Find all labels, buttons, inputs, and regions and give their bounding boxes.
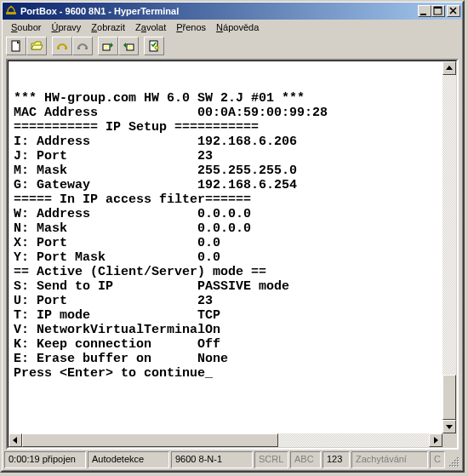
window-title: PortBox - 9600 8N1 - HyperTerminal: [20, 6, 418, 16]
scrollbar-corner: [442, 433, 456, 447]
svg-rect-32: [455, 463, 456, 464]
status-scroll-lock: SCRL: [254, 451, 288, 468]
menu-napoveda[interactable]: Nápověda: [211, 21, 264, 33]
send-button[interactable]: [98, 37, 118, 55]
svg-rect-34: [450, 466, 451, 467]
svg-rect-35: [453, 466, 454, 467]
status-connection-time: 0:00:19 připojen: [4, 451, 86, 468]
connect-button[interactable]: [52, 37, 72, 55]
vertical-scrollbar[interactable]: [442, 61, 456, 433]
svg-rect-29: [455, 461, 456, 462]
hscroll-track[interactable]: [22, 433, 429, 447]
new-file-button[interactable]: [6, 37, 26, 55]
menu-zobrazit[interactable]: Zobrazit: [86, 21, 130, 33]
app-icon: [4, 4, 18, 18]
menu-label: obrazit: [97, 22, 125, 32]
svg-rect-7: [65, 48, 67, 49]
svg-rect-6: [57, 48, 60, 49]
menu-label: ápověda: [223, 22, 259, 32]
svg-rect-14: [128, 46, 132, 47]
menu-bar: Soubor Úpravy Zobrazit Zavolat Přenos Ná…: [3, 20, 462, 35]
menu-zavolat[interactable]: Zavolat: [130, 21, 171, 33]
phone-connect-icon: [55, 39, 69, 53]
svg-rect-9: [85, 48, 88, 49]
resize-grip[interactable]: [447, 451, 460, 468]
svg-rect-36: [455, 466, 456, 467]
send-icon: [101, 39, 115, 53]
status-last: C: [430, 451, 445, 468]
menu-upravy[interactable]: Úpravy: [46, 21, 86, 33]
toolbar: [3, 35, 462, 59]
status-capture: Zachytávání: [351, 451, 428, 468]
app-window: PortBox - 9600 8N1 - HyperTerminal Soubo…: [0, 0, 465, 473]
title-bar[interactable]: PortBox - 9600 8N1 - HyperTerminal: [3, 3, 462, 20]
menu-label: oubor: [17, 22, 41, 32]
disconnect-button[interactable]: [72, 37, 93, 55]
maximize-button[interactable]: [431, 5, 445, 17]
svg-rect-13: [127, 44, 134, 50]
svg-rect-31: [453, 463, 454, 464]
properties-icon: [147, 39, 161, 53]
status-caps: ABC: [290, 451, 321, 468]
svg-rect-15: [128, 48, 132, 49]
receive-button[interactable]: [118, 37, 139, 55]
svg-rect-10: [103, 44, 110, 50]
horizontal-scrollbar[interactable]: [9, 433, 442, 447]
svg-rect-30: [458, 461, 459, 462]
content-area: *** HW-group.com HW 6.0 SW 2.J #01 *** M…: [6, 59, 459, 450]
svg-rect-12: [105, 48, 108, 49]
svg-point-1: [10, 6, 13, 9]
menu-label: volat: [146, 22, 166, 32]
open-file-button[interactable]: [26, 37, 47, 55]
phone-disconnect-icon: [76, 39, 89, 53]
scroll-up-button[interactable]: [442, 61, 456, 75]
status-bar: 0:00:19 připojen Autodetekce 9600 8-N-1 …: [3, 450, 462, 470]
status-port-settings: 9600 8-N-1: [171, 451, 253, 468]
svg-rect-28: [458, 458, 459, 459]
close-button[interactable]: [447, 5, 460, 17]
svg-point-17: [155, 46, 158, 49]
svg-rect-0: [6, 12, 16, 14]
svg-rect-2: [420, 14, 426, 15]
menu-soubor[interactable]: Soubor: [6, 21, 46, 33]
scroll-right-button[interactable]: [429, 433, 442, 447]
receive-icon: [122, 39, 135, 53]
menu-label: řenos: [183, 22, 207, 32]
minimize-button[interactable]: [418, 5, 431, 17]
terminal-output[interactable]: *** HW-group.com HW 6.0 SW 2.J #01 *** M…: [9, 74, 442, 421]
scroll-track[interactable]: [442, 75, 456, 420]
new-file-icon: [9, 39, 23, 53]
menu-prenos[interactable]: Přenos: [171, 21, 211, 33]
status-num: 123: [322, 451, 350, 468]
menu-label: pravy: [58, 22, 81, 32]
scroll-down-button[interactable]: [442, 420, 456, 433]
svg-rect-11: [105, 46, 108, 47]
status-autodetect: Autodetekce: [88, 451, 169, 468]
svg-rect-4: [434, 7, 442, 9]
svg-rect-37: [458, 466, 459, 467]
hscroll-thumb[interactable]: [22, 433, 278, 447]
scroll-left-button[interactable]: [9, 433, 22, 447]
properties-button[interactable]: [144, 37, 164, 55]
svg-rect-33: [458, 463, 459, 464]
open-file-icon: [30, 39, 43, 53]
scroll-thumb[interactable]: [442, 375, 456, 420]
svg-rect-8: [77, 48, 80, 49]
